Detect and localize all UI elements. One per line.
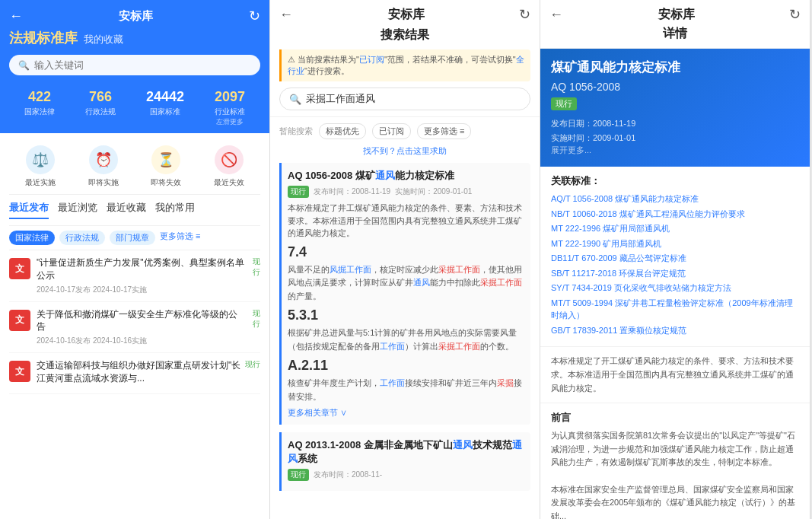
tabs-row: 最近发布 最近浏览 最近收藏 我的常用 bbox=[9, 195, 260, 226]
related-item-3[interactable]: MT 222-1990 矿用局部通风机 bbox=[551, 237, 799, 250]
refresh-icon-p2[interactable]: ↻ bbox=[519, 6, 530, 23]
stats-row: 422 国家法律 766 行政法规 24442 国家标准 2097 行业标准 左… bbox=[9, 83, 260, 133]
icon-label-0: 最近实施 bbox=[25, 177, 56, 188]
desc-section: 本标准规定了开工煤矿通风能力核定的条件、要求、方法和技术要求。本标准适用于全国范… bbox=[540, 347, 810, 403]
result-meta-0: 现行 发布时间：2008-11-19 实施时间：2009-01-01 bbox=[288, 186, 524, 198]
result-item-0[interactable]: AQ 1056-2008 煤矿通风能力核定标准 现行 发布时间：2008-11-… bbox=[279, 163, 530, 425]
result-status-0: 现行 bbox=[288, 186, 309, 198]
filter-national-law[interactable]: 国家法律 bbox=[9, 231, 55, 245]
stat-label-3: 行业标准 bbox=[215, 107, 245, 117]
back-icon-p1[interactable]: ← bbox=[9, 8, 23, 24]
filter-more[interactable]: 更多筛选 ≡ bbox=[160, 231, 200, 245]
icon-recent-impl[interactable]: ⚖️ 最近实施 bbox=[25, 145, 56, 188]
filter-more-p2[interactable]: 更多筛选 ≡ bbox=[417, 123, 471, 139]
alert-highlight2: 全行业 bbox=[288, 55, 524, 75]
tab-my-common[interactable]: 我的常用 bbox=[155, 201, 195, 219]
filter-admin-law[interactable]: 行政法规 bbox=[59, 231, 105, 245]
news-date-0: 2024-10-17发布 2024-10-17实施 bbox=[37, 285, 260, 295]
card-status: 现行 bbox=[551, 97, 577, 110]
panel3-header: ← 安标库 ↻ 详情 bbox=[540, 0, 810, 49]
stat-admin-law[interactable]: 766 行政法规 bbox=[85, 89, 116, 127]
appendix-title: 前言 bbox=[551, 411, 799, 425]
tab-recent-collect[interactable]: 最近收藏 bbox=[107, 201, 146, 219]
related-item-7[interactable]: MT/T 5009-1994 深矿井巷工程量检验评定标准（2009年标准清理时纳… bbox=[551, 297, 799, 322]
back-icon-p3[interactable]: ← bbox=[549, 7, 563, 23]
news-title-1: 关于降低和撤消煤矿一级安全生产标准化等级的公告 bbox=[37, 308, 245, 334]
result-desc-0: 本标准规定了井工煤矿通风能力核定的条件、要素、方法和技术要求。本标准适用于全国范… bbox=[288, 202, 524, 240]
panel2-app-title: 安标库 bbox=[293, 7, 519, 23]
related-item-0[interactable]: AQ/T 1056-2008 煤矿通风能力核定标准 bbox=[551, 193, 799, 205]
panel-search: ← 安标库 ↻ 搜索结果 ⚠ 当前搜索结果为"已订阅"范围，若结果不准确，可尝试… bbox=[270, 0, 540, 519]
related-item-6[interactable]: SY/T 7434-2019 页化采收气排收站储力核定方法 bbox=[551, 282, 799, 295]
news-title-0: "计量促进新质生产力发展"优秀案例、典型案例名单公示 bbox=[37, 256, 246, 282]
search-alert: ⚠ 当前搜索结果为"已订阅"范围，若结果不准确，可尝试切换"全行业"进行搜索。 bbox=[279, 49, 530, 81]
related-item-8[interactable]: GB/T 17839-2011 置乘额位核定规范 bbox=[551, 324, 799, 337]
alert-highlight: 已订阅 bbox=[359, 55, 384, 64]
result-pub-0: 发布时间：2008-11-19 bbox=[314, 186, 390, 197]
stat-label-1: 行政法规 bbox=[85, 107, 116, 117]
stat-national-law[interactable]: 422 国家法律 bbox=[24, 89, 55, 127]
news-item-2[interactable]: 文 交通运输部科技与组织办做好国家重点研发计划"长江黄河重点流域水资源与... … bbox=[9, 353, 260, 394]
icon-coming-expire[interactable]: ⏳ 即将失效 bbox=[151, 145, 181, 188]
panel1-body: ⚖️ 最近实施 ⏰ 即将实施 ⏳ 即将失效 🚫 最近失效 最近发布 最近浏览 最… bbox=[0, 133, 269, 519]
panel1-nav: ← 安标库 ↻ bbox=[9, 8, 260, 24]
result-title-hl-1: 通风 bbox=[453, 439, 473, 451]
stat-industry-std[interactable]: 2097 行业标准 左滑更多 bbox=[215, 89, 245, 127]
panel1-subtitle: 法规标准库 我的收藏 bbox=[9, 29, 260, 47]
icon-recent-expire[interactable]: 🚫 最近失效 bbox=[214, 145, 244, 188]
card-expand[interactable]: 展开更多... bbox=[551, 145, 799, 156]
result-title-hl-2: 通风 bbox=[288, 439, 522, 464]
result-section-num-1: 5.3.1 bbox=[288, 307, 524, 323]
icon-label-1: 即将实施 bbox=[88, 177, 119, 188]
panel-home: ← 安标库 ↻ 法规标准库 我的收藏 🔍 422 国家法律 766 行政法规 2… bbox=[0, 0, 270, 519]
search-bar-p2[interactable]: 🔍 采掘工作面通风 bbox=[279, 88, 530, 110]
help-link[interactable]: 找不到？点击这里求助 bbox=[279, 145, 530, 157]
news-status-2: 现行 bbox=[245, 359, 260, 370]
refresh-icon-p3[interactable]: ↻ bbox=[789, 6, 801, 23]
icons-row: ⚖️ 最近实施 ⏰ 即将实施 ⏳ 即将失效 🚫 最近失效 bbox=[9, 139, 260, 195]
tab-recent-browse[interactable]: 最近浏览 bbox=[58, 201, 97, 219]
related-item-1[interactable]: NB/T 10060-2018 煤矿通风工程涌风位能力评价要求 bbox=[551, 208, 799, 221]
news-badge-0: 文 bbox=[9, 258, 30, 279]
stat-more: 左滑更多 bbox=[215, 117, 245, 127]
standard-desc: 本标准规定了开工煤矿通风能力核定的条件、要求、方法和技术要求。本标准适用于全国范… bbox=[551, 355, 799, 395]
more-sections-btn[interactable]: 更多相关章节 ∨ bbox=[288, 407, 524, 419]
clock-icon: ⏰ bbox=[89, 145, 118, 174]
page-title-p3: 详情 bbox=[549, 26, 801, 42]
search-bar-p1[interactable]: 🔍 bbox=[9, 55, 260, 75]
refresh-icon-p1[interactable]: ↻ bbox=[249, 8, 260, 24]
icon-coming-impl[interactable]: ⏰ 即将实施 bbox=[88, 145, 119, 188]
related-item-5[interactable]: SB/T 11217-2018 环保展台评定规范 bbox=[551, 267, 799, 280]
related-item-2[interactable]: MT 222-1996 煤矿用局部通风机 bbox=[551, 222, 799, 235]
result-section-text-0: 风量不足的风掘工作面，核定时应减少此采掘工作面，使其他用风地点满足要求，计算时应… bbox=[288, 263, 524, 304]
panel3-app-title: 安标库 bbox=[563, 7, 789, 23]
card-title: 煤矿通风能力核定标准 bbox=[551, 59, 799, 76]
stat-num-1: 766 bbox=[85, 89, 116, 105]
result-section-text-1: 根据矿井总进风量与5:1计算的矿井各用风地点的实际需要风量（包括按规定配备的备用… bbox=[288, 326, 524, 353]
result-pub-1: 发布时间：2008-11- bbox=[314, 470, 382, 480]
icon-label-3: 最近失效 bbox=[214, 177, 244, 188]
search-value-p2[interactable]: 采掘工作面通风 bbox=[306, 92, 375, 106]
stat-num-0: 422 bbox=[24, 89, 55, 105]
related-item-4[interactable]: DB11/T 670-2009 藏品公驾评定标准 bbox=[551, 252, 799, 265]
news-item-1[interactable]: 文 关于降低和撤消煤矿一级安全生产标准化等级的公告 现行 2024-10-16发… bbox=[9, 302, 260, 354]
stat-national-std[interactable]: 24442 国家标准 bbox=[146, 89, 184, 127]
related-section: 关联标准： AQ/T 1056-2008 煤矿通风能力核定标准 NB/T 100… bbox=[540, 167, 810, 347]
subtitle-my[interactable]: 我的收藏 bbox=[84, 33, 123, 46]
news-status-1: 现行 bbox=[245, 308, 260, 330]
search-input-p1[interactable] bbox=[34, 59, 251, 71]
back-icon-p2[interactable]: ← bbox=[279, 7, 293, 23]
tab-recent-pub[interactable]: 最近发布 bbox=[9, 201, 49, 219]
filter-title-priority[interactable]: 标题优先 bbox=[319, 123, 366, 139]
hourglass-icon: ⏳ bbox=[151, 145, 180, 174]
filter-dept-rule[interactable]: 部门规章 bbox=[110, 231, 155, 245]
search-icon-p2: 🔍 bbox=[289, 94, 301, 105]
stat-num-2: 24442 bbox=[146, 89, 184, 105]
detail-card: 煤矿通风能力核定标准 AQ 1056-2008 现行 发布日期：2008-11-… bbox=[540, 49, 810, 167]
panel3-nav: ← 安标库 ↻ bbox=[549, 6, 801, 23]
filter-label-p2: 暂能搜索 bbox=[279, 126, 313, 137]
news-badge-2: 文 bbox=[9, 361, 30, 382]
news-item-0[interactable]: 文 "计量促进新质生产力发展"优秀案例、典型案例名单公示 现行 2024-10-… bbox=[9, 250, 260, 302]
result-item-1[interactable]: AQ 2013.1-2008 金属非金属地下矿山通风技术规范通风系统 现行 发布… bbox=[279, 432, 530, 491]
filter-subscribed[interactable]: 已订阅 bbox=[372, 123, 411, 139]
